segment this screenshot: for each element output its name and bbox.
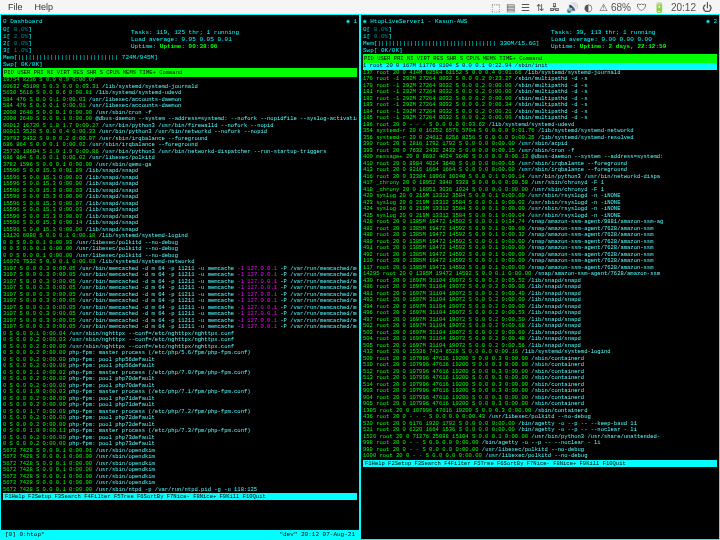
task-summary: Tasks: 39, 113 thr; 1 running Load avera… [551,29,666,50]
terminal-split: 0 Dashboard ◉ 1 0[ 0.0%] 1[ 2.0%] 2[ 0.0… [0,14,720,540]
task-summary: Tasks: 119, 125 thr; 1 running Load aver… [131,29,239,50]
tray-icon[interactable]: ⚠ 68% [599,4,631,11]
process-list[interactable]: 1 root 20 0 167M 11776 8104 S 0.0 0.1 0:… [363,63,717,460]
menu-file[interactable]: File [8,4,23,11]
htop-left-pane[interactable]: 0 Dashboard ◉ 1 0[ 0.0%] 1[ 2.0%] 2[ 0.0… [0,14,360,540]
htop-right-pane[interactable]: ◉ HtopLiveServer1 - Kasun-AWS ◉ 2 0[ 0.0… [360,14,720,540]
loadavg: Load average: 0.05 0.05 0.01 [131,36,239,43]
tray-icon[interactable]: ⇅ [536,4,544,11]
uptime: Uptime: 2 days, 22:12:59 [580,43,666,50]
os-menubar: File Help ⬚ ▤ ☰ ⇅ 🖧 🔊 ◐ ⚠ 68% 🛡 🔋 20:12 … [0,0,720,14]
tray-icon[interactable]: 🔋 [653,4,665,11]
pane-title: 0 Dashboard [3,18,43,25]
uptime: Uptime: 00:38:06 [160,43,218,50]
pane-title: ◉ HtopLiveServer1 - Kasun-AWS [363,18,467,25]
function-keys[interactable]: F1Help F2Setup F3Search F4Filter F5Tree … [363,460,717,467]
cpu0: 0[ [3,26,10,33]
swap-meter: Swp[ 0K/0K] [3,61,357,68]
menu-help[interactable]: Help [35,4,54,11]
tray-icon[interactable]: 🖧 [550,4,560,11]
status-left: [0] 0:htop* [5,531,45,538]
function-keys[interactable]: F1Help F2Setup F3Search F4Filter F5Tree … [3,493,357,500]
column-header[interactable]: PID USER PRI NI VIRT RES SHR S CPU% MEM%… [363,54,717,63]
tray-icon[interactable]: 🔊 [566,4,578,11]
cpu0: 0[ [363,26,370,33]
tasks: Tasks: 119, 125 thr; 1 running [131,29,239,36]
tray-icon[interactable]: ☰ [521,4,530,11]
cpu1: 1[ [3,33,10,40]
system-tray: ⬚ ▤ ☰ ⇅ 🖧 🔊 ◐ ⚠ 68% 🛡 🔋 20:12 ⏻ [491,4,712,11]
pane-header: ◉ HtopLiveServer1 - Kasun-AWS ◉ 2 [363,17,717,26]
tray-icon[interactable]: ⬚ [491,4,500,11]
pane-header: 0 Dashboard ◉ 1 [3,17,357,26]
cpu2: 2[ [3,40,10,47]
tray-icon[interactable]: 🛡 [637,4,647,11]
mem-meter: Mem[|||||||||||||||||||||||||||| 724M/94… [3,54,357,61]
column-header[interactable]: PID USER PRI NI VIRT RES SHR S CPU% MEM%… [3,68,357,77]
clock[interactable]: 20:12 [671,4,696,11]
pane-index: ◉ 2 [706,18,717,25]
cpu1: 1[ [363,33,370,40]
tray-icon[interactable]: ◐ [584,4,593,11]
cpu3: 3[ [3,47,10,54]
status-right: "dev" 20:12 07-Aug-21 [279,531,355,538]
pane-index: ◉ 1 [346,18,357,25]
tasks: Tasks: 39, 113 thr; 1 running [551,29,666,36]
loadavg: Load average: 0.00 0.00 0.00 [551,36,666,43]
tmux-statusbar: [0] 0:htop* "dev" 20:12 07-Aug-21 [1,530,359,539]
tray-icon[interactable]: ⏻ [702,4,712,11]
process-list[interactable]: 19754 8236 S 0.0 0.9 0:00.67 60632 45108… [3,77,357,493]
tray-icon[interactable]: ▤ [506,4,515,11]
